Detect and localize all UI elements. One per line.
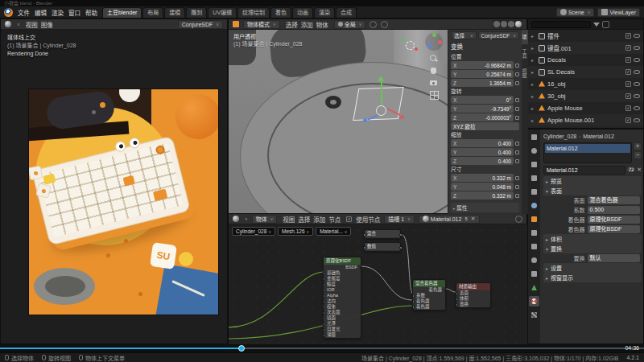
node-input-socket[interactable] xyxy=(324,311,325,315)
node-input-socket[interactable] xyxy=(324,278,325,281)
proportional-editing-icon[interactable] xyxy=(381,21,388,28)
selectable-checkbox[interactable]: ✓ xyxy=(625,81,631,87)
node-mix-shader[interactable]: 混合着色器 着色器 系数着色器着色器 xyxy=(412,279,446,311)
unlink-icon[interactable]: ✕ xyxy=(637,167,642,173)
lock-icon[interactable] xyxy=(515,107,519,111)
workspace-tab[interactable]: 土豆blender xyxy=(102,7,142,18)
properties-row[interactable]: ▸预览 xyxy=(543,176,642,186)
shading-rendered-icon[interactable] xyxy=(515,21,522,27)
visibility-eye-icon[interactable] xyxy=(634,70,640,74)
transform-orientation-dropdown[interactable]: 全局∨ xyxy=(334,20,366,29)
lock-icon[interactable] xyxy=(515,159,519,163)
node-input-socket[interactable] xyxy=(324,300,325,303)
outliner-options-icon[interactable] xyxy=(602,21,609,28)
material-slot-list[interactable]: Material.012 xyxy=(543,142,632,163)
gizmo-y-dot[interactable] xyxy=(432,33,436,37)
expand-arrow-icon[interactable]: ▸ xyxy=(531,57,536,63)
transform-panel-title[interactable]: 变换 xyxy=(451,42,519,51)
viewport-canvas[interactable]: 用户透视 (1) 场景集合 | Cylinder_028 选择∨ConjureS… xyxy=(229,30,528,214)
n-panel-tab[interactable]: 工具 xyxy=(522,44,528,64)
users-count-badge[interactable]: 5 xyxy=(463,216,469,221)
mode-dropdown[interactable]: 物体模式∨ xyxy=(243,20,280,29)
lock-icon[interactable] xyxy=(515,176,519,180)
expand-arrow-icon[interactable]: ▸ xyxy=(531,45,536,51)
shader-editor-menu[interactable]: 添加 xyxy=(312,215,327,224)
expand-arrow-icon[interactable]: ▸ xyxy=(531,105,536,111)
addon-dropdown[interactable]: ConjureSDF∨ xyxy=(178,20,223,29)
toggle-grid-icon[interactable] xyxy=(429,90,438,99)
visibility-eye-icon[interactable] xyxy=(634,34,640,38)
outliner-item[interactable]: ▸ Apple Mouse ✓ xyxy=(528,102,643,114)
outliner-search-input[interactable] xyxy=(531,21,591,28)
image-editor-menu[interactable]: 图像 xyxy=(39,20,55,29)
node-input-socket[interactable] xyxy=(456,303,458,306)
node-input-socket[interactable] xyxy=(363,233,366,237)
navigation-gizmo[interactable] xyxy=(425,33,443,51)
viewlayer-selector[interactable]: ViewLayer xyxy=(597,8,640,17)
properties-tab[interactable] xyxy=(529,296,539,306)
selectable-checkbox[interactable]: ✓ xyxy=(625,117,631,123)
visibility-eye-icon[interactable] xyxy=(634,118,640,122)
workspace-tab[interactable]: UV编辑 xyxy=(208,7,237,18)
breadcrumb-material[interactable]: Material.012 xyxy=(583,134,614,139)
rotation-order-dropdown[interactable]: XYZ 欧拉 xyxy=(451,122,519,130)
node-small-a[interactable]: 混合 xyxy=(364,229,401,239)
visibility-eye-icon[interactable] xyxy=(634,82,640,86)
outliner-item[interactable]: ▸ 16_obj ✓ xyxy=(528,78,643,90)
lock-icon[interactable] xyxy=(515,98,519,102)
shader-editor-menu[interactable]: 视图 xyxy=(281,215,296,224)
expand-arrow-icon[interactable]: ▸ xyxy=(531,69,536,75)
n-panel-dropdown[interactable]: 选择∨ xyxy=(451,31,477,39)
selectable-checkbox[interactable]: ✓ xyxy=(625,105,631,111)
outliner-item[interactable]: ▸ Apple Mouse.001 ✓ xyxy=(528,114,643,126)
selectable-checkbox[interactable]: ✓ xyxy=(625,33,631,39)
properties-row[interactable]: 着色器原理化BSDF xyxy=(543,224,642,234)
zoom-icon[interactable] xyxy=(429,54,438,63)
use-nodes-checkbox[interactable]: ✓ xyxy=(346,216,352,222)
scene-selector[interactable]: Scene∨ xyxy=(556,8,595,17)
properties-row[interactable]: 置换默认 xyxy=(543,253,642,263)
node-principled-bsdf[interactable]: 原理化BSDF BSDF 基础色金属度糙度IORAlpha法向权重次表面镜面光泽… xyxy=(323,257,361,339)
gizmo-handle-blue[interactable] xyxy=(363,118,367,122)
properties-row[interactable]: 表面混合着色器 xyxy=(543,195,642,205)
transform-field-x[interactable]: X0.332 m xyxy=(451,174,514,182)
transform-field-z[interactable]: Z0.400 xyxy=(451,157,514,165)
properties-tab[interactable] xyxy=(529,310,539,320)
snap-magnet-icon[interactable] xyxy=(369,21,377,28)
node-input-socket[interactable] xyxy=(324,306,325,309)
shading-solid-icon[interactable] xyxy=(501,21,507,27)
node-input-socket[interactable] xyxy=(456,298,458,301)
material-slot-dropdown[interactable]: 插槽 1∨ xyxy=(384,215,415,224)
lock-icon[interactable] xyxy=(515,185,519,189)
transform-field-y[interactable]: Y0.25874 m xyxy=(451,70,514,78)
workspace-tab[interactable]: 动画 xyxy=(292,7,313,18)
workspace-tab[interactable]: 纹理绘制 xyxy=(237,7,270,18)
node-output-socket[interactable] xyxy=(444,289,446,292)
transform-field-z[interactable]: Z-0.000003° xyxy=(451,113,514,121)
shader-editor-menu[interactable]: 节点 xyxy=(327,215,342,224)
fake-user-shield[interactable]: 🗘 xyxy=(627,167,635,172)
material-name-field[interactable]: Material.012 xyxy=(543,166,625,175)
image-editor-menu[interactable]: 视图 xyxy=(24,20,39,29)
outliner-item[interactable]: ▸ Decals ✓ xyxy=(528,54,643,66)
properties-row[interactable]: ▸体积 xyxy=(543,234,642,244)
node-input-socket[interactable] xyxy=(324,328,325,331)
gizmo-handle-red[interactable] xyxy=(400,115,404,119)
outliner-item[interactable]: ▸ 键盘.001 ✓ xyxy=(528,42,643,54)
workspace-tab[interactable]: 雕刻 xyxy=(186,7,207,18)
visibility-eye-icon[interactable] xyxy=(634,58,640,62)
lock-icon[interactable] xyxy=(515,64,519,68)
properties-tab[interactable] xyxy=(529,146,539,156)
node-input-socket[interactable] xyxy=(363,246,366,249)
node-output-socket[interactable] xyxy=(399,246,402,249)
selectable-checkbox[interactable]: ✓ xyxy=(625,93,631,99)
properties-tab[interactable] xyxy=(529,132,539,142)
video-playhead[interactable] xyxy=(238,345,245,352)
lock-icon[interactable] xyxy=(515,194,519,198)
node-breadcrumb-chip[interactable]: Mesh.126∨ xyxy=(278,227,313,236)
topbar-menu[interactable]: 文件 xyxy=(15,8,32,17)
selectable-checkbox[interactable]: ✓ xyxy=(625,57,631,63)
properties-tab[interactable] xyxy=(529,228,539,238)
properties-row[interactable]: ▸设置 xyxy=(543,263,642,273)
node-input-socket[interactable] xyxy=(324,283,325,286)
